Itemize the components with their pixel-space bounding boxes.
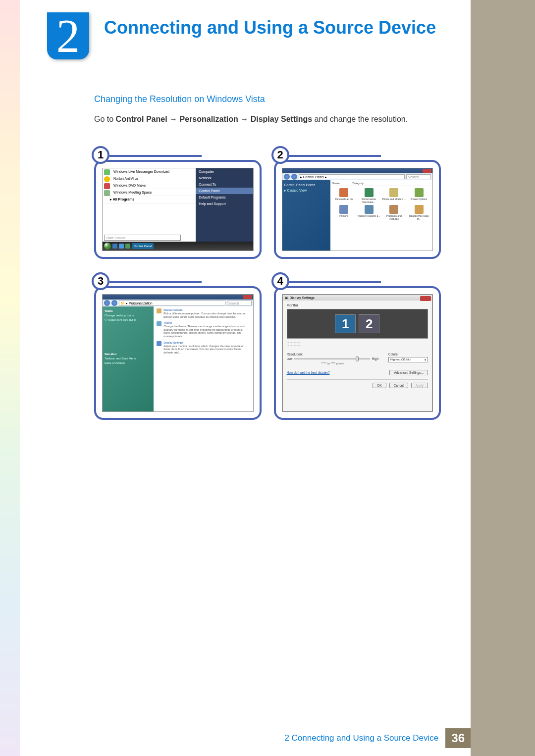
display-settings-window: 🖥 Display Settings Monitor 1 2: [282, 295, 433, 411]
personalization-sidebar: Tasks Change desktop icons 🛡 Adjust font…: [103, 306, 154, 411]
see-also-header: See also: [105, 353, 152, 355]
footer-page-number: 36: [445, 728, 471, 748]
start-right-item-control-panel[interactable]: Control Panel: [196, 188, 253, 194]
monitor-layout-preview[interactable]: 1 2: [287, 309, 428, 339]
badge-connector: [289, 155, 381, 157]
back-button[interactable]: [104, 300, 110, 306]
step-badge-4: 4: [271, 272, 289, 290]
taskbar-icon[interactable]: [125, 244, 130, 249]
close-icon[interactable]: [420, 296, 431, 301]
badge-connector: [289, 281, 381, 283]
column-header[interactable]: Name: [332, 182, 352, 185]
see-also-link[interactable]: Ease of Access: [105, 361, 152, 364]
chapter-title: Connecting and Using a Source Device: [104, 17, 436, 38]
taskbar-button[interactable]: Control Panel: [132, 243, 154, 249]
step-4-frame: 4 🖥 Display Settings Monitor: [274, 286, 441, 420]
see-also-link[interactable]: Taskbar and Start Menu: [105, 357, 152, 360]
colors-dropdown[interactable]: Highest (32 bit)▾: [388, 357, 428, 362]
step-1-frame: 1 Windows Live Messenger Download Norton…: [94, 160, 262, 259]
start-menu-item[interactable]: Norton AntiVirus: [103, 175, 196, 182]
column-header[interactable]: Category: [352, 182, 364, 185]
window-titlebar: [282, 168, 433, 173]
badge-connector: [109, 281, 202, 283]
sidebar-classic-view[interactable]: ▸ Classic View: [284, 189, 328, 193]
instr-path-2: Personalization: [180, 115, 238, 123]
step-badge-1: 1: [92, 146, 109, 164]
advanced-settings-button[interactable]: Advanced Settings...: [389, 370, 428, 375]
control-panel-icon[interactable]: Printers: [332, 205, 356, 220]
instruction-text: Go to Control Panel → Personalization → …: [94, 113, 441, 125]
slider-low-label: Low: [287, 357, 293, 360]
search-input[interactable]: Search: [227, 301, 252, 305]
window-titlebar: 🖥 Display Settings: [283, 295, 432, 301]
step-3-frame: 3 📁 ▸ Personalization Search Tasks: [94, 286, 262, 420]
task-link[interactable]: Change desktop icons: [105, 314, 152, 317]
start-right-item[interactable]: Connect To: [196, 181, 253, 188]
forward-button[interactable]: [291, 174, 297, 180]
step-badge-3: 3: [92, 272, 109, 290]
control-panel-icon[interactable]: Performance Informatio...: [357, 188, 381, 203]
start-right-item[interactable]: Computer: [196, 168, 253, 175]
step-badge-2: 2: [271, 146, 289, 164]
personalization-section[interactable]: Display SettingsAdjust your monitor reso…: [157, 341, 250, 354]
control-panel-icon[interactable]: Problem Reports a...: [357, 205, 381, 220]
personalization-section[interactable]: ThemeChange the theme. Themes can change…: [157, 321, 250, 338]
control-panel-icon[interactable]: Power Options: [407, 188, 431, 203]
address-bar[interactable]: 📁 ▸ Personalization: [119, 301, 225, 305]
chevron-down-icon: ▾: [425, 358, 426, 361]
sidebar-home[interactable]: Control Panel Home: [284, 183, 328, 187]
control-panel-icon[interactable]: Programs and Features: [382, 205, 406, 220]
close-icon[interactable]: [243, 295, 252, 299]
cancel-button[interactable]: Cancel: [389, 383, 408, 388]
start-right-item[interactable]: Default Programs: [196, 194, 253, 201]
control-panel-icon[interactable]: Phone and Modem ...: [382, 188, 406, 203]
start-right-item[interactable]: Network: [196, 175, 253, 181]
forward-button[interactable]: [111, 300, 117, 306]
taskbar-ie-icon[interactable]: [112, 244, 117, 249]
window-titlebar: [103, 295, 253, 300]
start-menu-item[interactable]: Windows Meeting Space: [103, 189, 196, 196]
right-margin-column: [471, 0, 535, 756]
start-search-input[interactable]: Start Search: [104, 235, 181, 241]
start-menu-item[interactable]: Windows DVD Maker: [103, 182, 196, 189]
personalization-main: Mouse PointersPick a different mouse poi…: [154, 306, 253, 411]
placeholder-text: ********** **********: [287, 342, 428, 348]
step-2-frame: 2 ▸ Control Panel ▸ Search Control Panel…: [274, 160, 441, 259]
monitor-2[interactable]: 2: [359, 314, 379, 333]
instr-suffix: and change the resolution.: [315, 115, 408, 123]
close-icon[interactable]: [423, 169, 431, 173]
badge-connector: [109, 155, 202, 157]
start-menu-right: Computer Network Connect To Control Pane…: [196, 168, 253, 242]
chapter-number-badge: 2: [47, 12, 89, 59]
monitor-1[interactable]: 1: [335, 314, 356, 333]
search-input[interactable]: Search: [406, 174, 431, 179]
start-menu-item[interactable]: Windows Live Messenger Download: [103, 168, 196, 175]
control-panel-main: NameCategory Personalizati onPerformance…: [330, 180, 432, 251]
taskbar: Control Panel: [103, 242, 253, 251]
address-bar[interactable]: ▸ Control Panel ▸: [299, 174, 405, 179]
personalization-section[interactable]: Mouse PointersPick a different mouse poi…: [157, 308, 250, 318]
control-panel-icon[interactable]: Personalizati on: [332, 188, 356, 203]
footer-chapter-text: 2 Connecting and Using a Source Device: [284, 733, 438, 743]
help-link[interactable]: How do I get the best display?: [287, 371, 330, 374]
resolution-slider[interactable]: [294, 358, 370, 359]
resolution-value: **** by **** pixels: [287, 362, 379, 365]
resolution-label: Resolution:: [287, 353, 379, 356]
start-menu-all-programs[interactable]: ▸ All Programs: [103, 196, 196, 203]
apply-button[interactable]: Apply: [411, 383, 428, 388]
task-link[interactable]: 🛡 Adjust font size (DPI): [105, 318, 152, 321]
instr-path-3: Display Settings: [251, 115, 312, 123]
back-button[interactable]: [284, 174, 290, 180]
control-panel-sidebar: Control Panel Home ▸ Classic View: [282, 180, 330, 251]
arrow-icon: →: [169, 115, 179, 123]
control-panel-icon[interactable]: Realtek HD Audio M...: [407, 205, 431, 220]
ok-button[interactable]: OK: [373, 383, 386, 388]
tasks-header: Tasks: [105, 309, 152, 312]
monitor-icon: 🖥: [285, 296, 288, 300]
taskbar-media-icon[interactable]: [119, 244, 124, 249]
monitor-tab[interactable]: Monitor: [287, 303, 428, 307]
page-footer: 2 Connecting and Using a Source Device 3…: [284, 728, 471, 748]
start-right-item[interactable]: Help and Support: [196, 201, 253, 207]
start-orb-icon[interactable]: [104, 243, 111, 250]
slider-high-label: High: [372, 357, 378, 360]
